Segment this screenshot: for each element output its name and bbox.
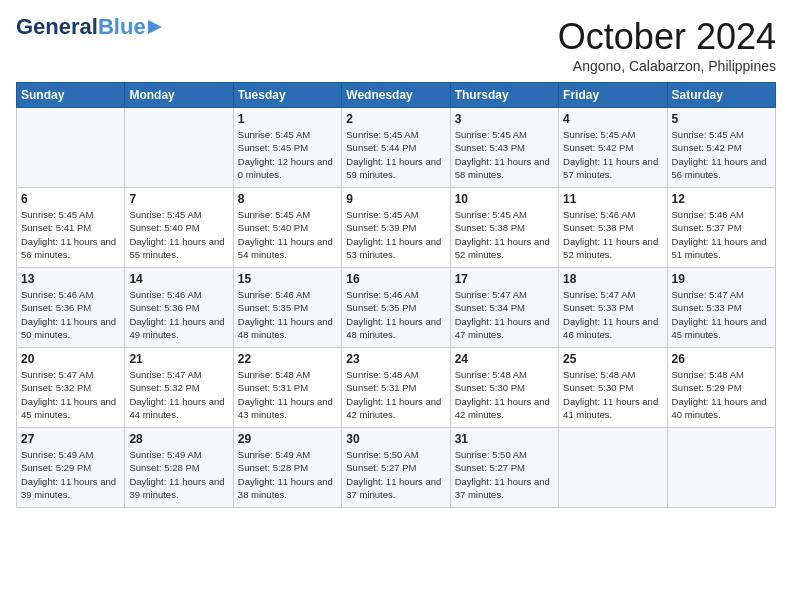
logo: GeneralBlue (16, 16, 166, 38)
day-info: Sunrise: 5:48 AM Sunset: 5:29 PM Dayligh… (672, 368, 771, 421)
day-number: 31 (455, 432, 554, 446)
day-info: Sunrise: 5:48 AM Sunset: 5:31 PM Dayligh… (346, 368, 445, 421)
calendar-cell: 9Sunrise: 5:45 AM Sunset: 5:39 PM Daylig… (342, 188, 450, 268)
calendar-cell: 6Sunrise: 5:45 AM Sunset: 5:41 PM Daylig… (17, 188, 125, 268)
calendar-cell: 13Sunrise: 5:46 AM Sunset: 5:36 PM Dayli… (17, 268, 125, 348)
weekday-header-row: SundayMondayTuesdayWednesdayThursdayFrid… (17, 83, 776, 108)
day-info: Sunrise: 5:48 AM Sunset: 5:31 PM Dayligh… (238, 368, 337, 421)
weekday-header-cell: Wednesday (342, 83, 450, 108)
day-info: Sunrise: 5:47 AM Sunset: 5:33 PM Dayligh… (563, 288, 662, 341)
weekday-header-cell: Monday (125, 83, 233, 108)
calendar-cell: 3Sunrise: 5:45 AM Sunset: 5:43 PM Daylig… (450, 108, 558, 188)
day-info: Sunrise: 5:45 AM Sunset: 5:40 PM Dayligh… (129, 208, 228, 261)
day-number: 14 (129, 272, 228, 286)
calendar-cell: 1Sunrise: 5:45 AM Sunset: 5:45 PM Daylig… (233, 108, 341, 188)
day-number: 8 (238, 192, 337, 206)
day-number: 19 (672, 272, 771, 286)
day-number: 9 (346, 192, 445, 206)
calendar-cell: 8Sunrise: 5:45 AM Sunset: 5:40 PM Daylig… (233, 188, 341, 268)
calendar-cell: 2Sunrise: 5:45 AM Sunset: 5:44 PM Daylig… (342, 108, 450, 188)
page-header: GeneralBlue October 2024 Angono, Calabar… (16, 16, 776, 74)
day-number: 1 (238, 112, 337, 126)
calendar-cell: 7Sunrise: 5:45 AM Sunset: 5:40 PM Daylig… (125, 188, 233, 268)
day-number: 25 (563, 352, 662, 366)
calendar-cell: 26Sunrise: 5:48 AM Sunset: 5:29 PM Dayli… (667, 348, 775, 428)
logo-text: GeneralBlue (16, 16, 146, 38)
day-info: Sunrise: 5:45 AM Sunset: 5:41 PM Dayligh… (21, 208, 120, 261)
calendar-cell: 5Sunrise: 5:45 AM Sunset: 5:42 PM Daylig… (667, 108, 775, 188)
day-number: 29 (238, 432, 337, 446)
calendar-cell: 30Sunrise: 5:50 AM Sunset: 5:27 PM Dayli… (342, 428, 450, 508)
day-info: Sunrise: 5:49 AM Sunset: 5:28 PM Dayligh… (238, 448, 337, 501)
day-info: Sunrise: 5:45 AM Sunset: 5:44 PM Dayligh… (346, 128, 445, 181)
day-number: 4 (563, 112, 662, 126)
day-info: Sunrise: 5:46 AM Sunset: 5:36 PM Dayligh… (129, 288, 228, 341)
day-info: Sunrise: 5:45 AM Sunset: 5:45 PM Dayligh… (238, 128, 337, 181)
day-number: 5 (672, 112, 771, 126)
calendar-cell: 14Sunrise: 5:46 AM Sunset: 5:36 PM Dayli… (125, 268, 233, 348)
calendar-cell: 20Sunrise: 5:47 AM Sunset: 5:32 PM Dayli… (17, 348, 125, 428)
day-info: Sunrise: 5:49 AM Sunset: 5:28 PM Dayligh… (129, 448, 228, 501)
day-number: 2 (346, 112, 445, 126)
weekday-header-cell: Sunday (17, 83, 125, 108)
day-number: 23 (346, 352, 445, 366)
day-number: 13 (21, 272, 120, 286)
day-number: 12 (672, 192, 771, 206)
calendar-cell: 28Sunrise: 5:49 AM Sunset: 5:28 PM Dayli… (125, 428, 233, 508)
day-info: Sunrise: 5:46 AM Sunset: 5:35 PM Dayligh… (346, 288, 445, 341)
calendar-cell: 12Sunrise: 5:46 AM Sunset: 5:37 PM Dayli… (667, 188, 775, 268)
calendar-cell: 17Sunrise: 5:47 AM Sunset: 5:34 PM Dayli… (450, 268, 558, 348)
day-number: 24 (455, 352, 554, 366)
day-number: 10 (455, 192, 554, 206)
calendar-cell: 18Sunrise: 5:47 AM Sunset: 5:33 PM Dayli… (559, 268, 667, 348)
day-number: 28 (129, 432, 228, 446)
day-info: Sunrise: 5:45 AM Sunset: 5:39 PM Dayligh… (346, 208, 445, 261)
month-title: October 2024 (558, 16, 776, 58)
logo-arrow-icon (148, 18, 166, 36)
calendar-week-row: 27Sunrise: 5:49 AM Sunset: 5:29 PM Dayli… (17, 428, 776, 508)
calendar-cell: 23Sunrise: 5:48 AM Sunset: 5:31 PM Dayli… (342, 348, 450, 428)
day-info: Sunrise: 5:46 AM Sunset: 5:38 PM Dayligh… (563, 208, 662, 261)
calendar-cell: 4Sunrise: 5:45 AM Sunset: 5:42 PM Daylig… (559, 108, 667, 188)
day-number: 17 (455, 272, 554, 286)
day-number: 3 (455, 112, 554, 126)
day-info: Sunrise: 5:46 AM Sunset: 5:37 PM Dayligh… (672, 208, 771, 261)
day-number: 26 (672, 352, 771, 366)
calendar-cell: 24Sunrise: 5:48 AM Sunset: 5:30 PM Dayli… (450, 348, 558, 428)
day-number: 7 (129, 192, 228, 206)
location-subtitle: Angono, Calabarzon, Philippines (558, 58, 776, 74)
day-info: Sunrise: 5:45 AM Sunset: 5:38 PM Dayligh… (455, 208, 554, 261)
day-number: 30 (346, 432, 445, 446)
calendar-cell: 31Sunrise: 5:50 AM Sunset: 5:27 PM Dayli… (450, 428, 558, 508)
day-number: 16 (346, 272, 445, 286)
day-number: 11 (563, 192, 662, 206)
calendar-cell (667, 428, 775, 508)
weekday-header-cell: Thursday (450, 83, 558, 108)
calendar-body: 1Sunrise: 5:45 AM Sunset: 5:45 PM Daylig… (17, 108, 776, 508)
calendar-week-row: 6Sunrise: 5:45 AM Sunset: 5:41 PM Daylig… (17, 188, 776, 268)
day-info: Sunrise: 5:45 AM Sunset: 5:42 PM Dayligh… (563, 128, 662, 181)
day-info: Sunrise: 5:48 AM Sunset: 5:30 PM Dayligh… (455, 368, 554, 421)
day-info: Sunrise: 5:47 AM Sunset: 5:33 PM Dayligh… (672, 288, 771, 341)
day-info: Sunrise: 5:50 AM Sunset: 5:27 PM Dayligh… (346, 448, 445, 501)
day-info: Sunrise: 5:45 AM Sunset: 5:40 PM Dayligh… (238, 208, 337, 261)
calendar-cell (125, 108, 233, 188)
day-info: Sunrise: 5:46 AM Sunset: 5:36 PM Dayligh… (21, 288, 120, 341)
day-number: 20 (21, 352, 120, 366)
calendar-cell: 21Sunrise: 5:47 AM Sunset: 5:32 PM Dayli… (125, 348, 233, 428)
day-number: 21 (129, 352, 228, 366)
calendar-week-row: 20Sunrise: 5:47 AM Sunset: 5:32 PM Dayli… (17, 348, 776, 428)
day-info: Sunrise: 5:50 AM Sunset: 5:27 PM Dayligh… (455, 448, 554, 501)
calendar-cell: 22Sunrise: 5:48 AM Sunset: 5:31 PM Dayli… (233, 348, 341, 428)
day-number: 27 (21, 432, 120, 446)
day-info: Sunrise: 5:47 AM Sunset: 5:34 PM Dayligh… (455, 288, 554, 341)
day-number: 6 (21, 192, 120, 206)
calendar-week-row: 1Sunrise: 5:45 AM Sunset: 5:45 PM Daylig… (17, 108, 776, 188)
weekday-header-cell: Saturday (667, 83, 775, 108)
calendar-cell (559, 428, 667, 508)
svg-marker-0 (148, 20, 162, 34)
calendar-week-row: 13Sunrise: 5:46 AM Sunset: 5:36 PM Dayli… (17, 268, 776, 348)
calendar-cell: 10Sunrise: 5:45 AM Sunset: 5:38 PM Dayli… (450, 188, 558, 268)
day-info: Sunrise: 5:45 AM Sunset: 5:43 PM Dayligh… (455, 128, 554, 181)
calendar-table: SundayMondayTuesdayWednesdayThursdayFrid… (16, 82, 776, 508)
